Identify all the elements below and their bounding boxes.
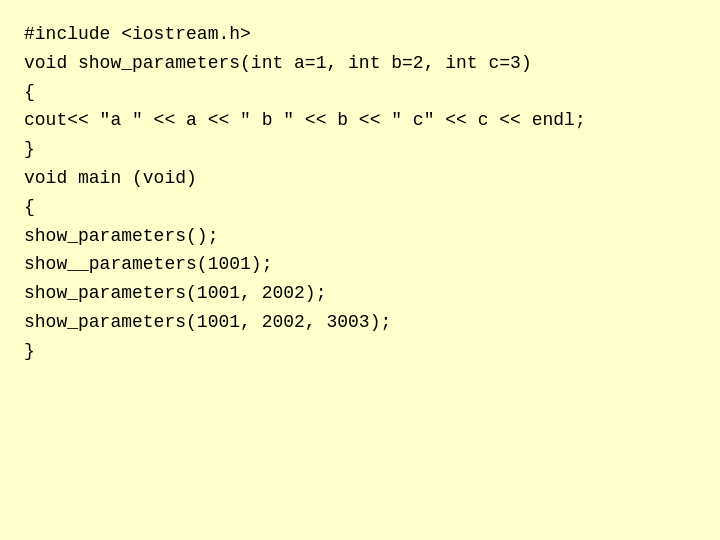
code-display: #include <iostream.h> void show_paramete… (24, 20, 586, 366)
